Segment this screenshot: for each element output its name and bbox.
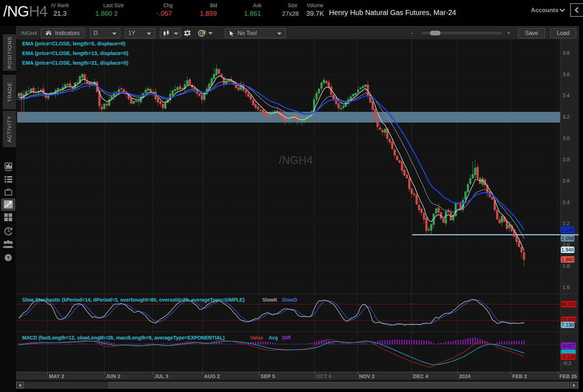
svg-text:1.6: 1.6 [563,284,570,290]
svg-text:3.4: 3.4 [563,93,570,98]
svg-text:DEC 4: DEC 4 [413,373,428,379]
svg-text:2024: 2024 [459,373,470,379]
svg-text:80.000: 80.000 [561,301,577,307]
svg-text:MACD (fastLength=12, slowLengt: MACD (fastLength=12, slowLength=26, macd… [22,335,225,341]
svg-text:FEB 26: FEB 26 [559,373,577,379]
svg-text:-0.136: -0.136 [561,354,575,359]
svg-text:/NGH4: /NGH4 [279,154,313,167]
svg-text:1.948: 1.948 [561,247,574,253]
svg-text:2.140: 2.140 [561,227,574,233]
svg-text:JUL 3: JUL 3 [154,373,168,379]
svg-text:SlowD: SlowD [282,297,297,303]
svg-text:FEB 2: FEB 2 [512,373,527,379]
svg-text:1.860: 1.860 [561,257,574,262]
svg-text:3.8: 3.8 [563,50,570,56]
svg-text:-0.021: -0.021 [561,343,575,349]
svg-text:2.6: 2.6 [563,178,570,184]
svg-text:3.2: 3.2 [563,114,570,120]
svg-text:2.4: 2.4 [563,199,570,205]
svg-text:7.130: 7.130 [561,322,574,328]
svg-text:2.8: 2.8 [563,157,570,162]
svg-text:EMA (price=CLOSE, length=5, di: EMA (price=CLOSE, length=5, displace=0) [22,41,125,46]
svg-text:NOV 2: NOV 2 [359,373,375,379]
svg-text:3.6: 3.6 [563,71,570,77]
svg-text:Slow Stochastic (kPeriod=14, d: Slow Stochastic (kPeriod=14, dPeriod=3, … [22,297,245,303]
svg-text:Diff: Diff [282,335,291,341]
svg-text:Avg: Avg [269,335,278,341]
svg-text:SlowK: SlowK [262,297,278,303]
svg-text:1.8: 1.8 [563,263,570,269]
svg-text:JUN 2: JUN 2 [106,373,120,379]
svg-text:-0.2: -0.2 [563,360,571,366]
svg-text:MAY 2: MAY 2 [49,373,64,379]
svg-text:SEP 5: SEP 5 [260,373,275,379]
svg-text:2.058: 2.058 [561,235,574,241]
svg-text:EMA (price=CLOSE, length=13, d: EMA (price=CLOSE, length=13, displace=0) [22,50,128,56]
svg-text:3.0: 3.0 [563,135,570,141]
svg-text:AUG 2: AUG 2 [204,373,220,379]
svg-text:2.2: 2.2 [563,220,570,226]
svg-text:EMA (price=CLOSE, length=21, d: EMA (price=CLOSE, length=21, displace=0) [22,60,128,66]
svg-text:OCT 6: OCT 6 [316,373,332,379]
svg-text:Value: Value [250,335,263,341]
